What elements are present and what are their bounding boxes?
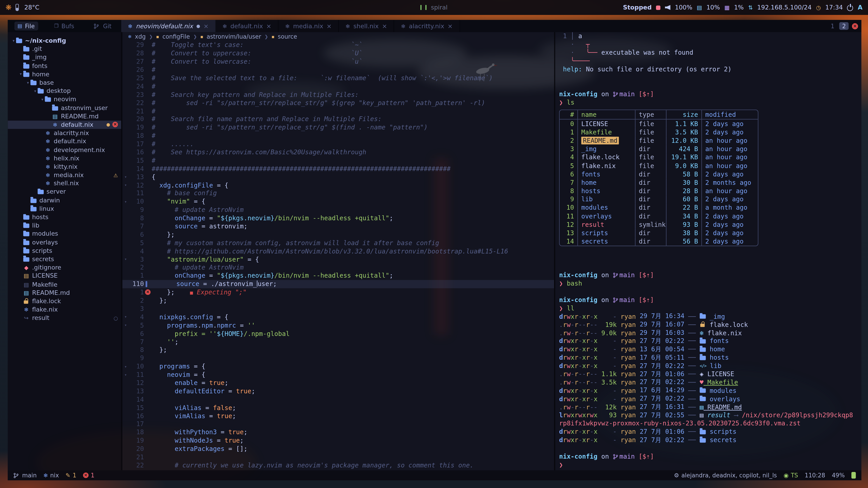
code-area[interactable]: 29# Toggle text's case: `~` 28# Convert … <box>122 41 554 470</box>
code-line[interactable]: 8 }; <box>122 346 554 354</box>
fold-icon[interactable]: ▾ <box>122 183 129 188</box>
code-line[interactable]: 1 onChange = "${pkgs.neovim}/bin/nvim --… <box>122 271 554 280</box>
launcher-icon[interactable]: ❋ <box>5 3 11 12</box>
code-line[interactable]: 6 }; <box>122 230 554 238</box>
fold-icon[interactable]: ▾ <box>122 315 129 320</box>
code-line[interactable]: 6 prefix = ''${HOME}/.npm-global <box>122 329 554 337</box>
code-line[interactable]: 17 <box>122 420 554 428</box>
code-line[interactable]: 19 withNodeJs = true; <box>122 436 554 445</box>
breadcrumb-item[interactable]: astronvim/lua/user <box>207 33 261 40</box>
code-line[interactable]: 3 <box>122 304 554 313</box>
close-tab-button[interactable]: × <box>382 22 387 30</box>
code-line[interactable]: 1× }; ■ Expecting ";" <box>122 288 554 296</box>
close-tab-button[interactable]: × <box>204 22 209 30</box>
code-line[interactable]: 11 # base config <box>122 189 554 197</box>
tree-item-helix.nix[interactable]: ❄helix.nix <box>8 154 121 162</box>
editor-pane[interactable]: ❄xdg❯▪configFile❯▪astronvim/lua/user❯▪so… <box>122 32 554 470</box>
code-line[interactable]: 26# <box>122 66 554 74</box>
tree-item-desktop[interactable]: ▾desktop <box>8 87 121 95</box>
tabpage-2[interactable]: 2 <box>839 22 848 30</box>
code-line[interactable]: 14######################################… <box>122 164 554 173</box>
tree-item-base[interactable]: ▾base <box>8 78 121 87</box>
tree-item-home[interactable]: ▾home <box>8 70 121 78</box>
fold-icon[interactable]: ▾ <box>122 372 129 377</box>
code-line[interactable]: ▾3 "astronvim/lua/user" = { <box>122 255 554 263</box>
breadcrumb-item[interactable]: configFile <box>162 33 190 40</box>
tree-item-development.nix[interactable]: ❄development.nix <box>8 146 121 154</box>
code-line[interactable]: ▾5 programs.npm.npmrc = '' <box>122 321 554 329</box>
code-line[interactable]: 4 # https://github.com/AstroNvim/AstroNv… <box>122 247 554 255</box>
code-line[interactable]: 7 source = astronvim; <box>122 222 554 230</box>
breadcrumb-item[interactable]: source <box>278 33 297 40</box>
close-tab-button[interactable]: × <box>327 22 332 30</box>
modified-indicator[interactable]: ✎ 1 <box>66 472 76 479</box>
code-line[interactable]: 20# Search file name pattern and Replace… <box>122 115 554 123</box>
tree-item-linux[interactable]: linux <box>8 205 121 213</box>
power-icon[interactable] <box>847 5 853 11</box>
error-indicator[interactable]: × 1 <box>83 472 94 479</box>
tree-item-default.nix[interactable]: ❄default.nix <box>8 137 121 146</box>
tree-item-kitty.nix[interactable]: ❄kitty.nix <box>8 163 121 171</box>
code-line[interactable]: 22# sed -ri "s/pattern_str/replace_str/g… <box>122 98 554 107</box>
fold-icon[interactable]: ▾ <box>122 323 129 328</box>
fold-icon[interactable]: ▾ <box>122 199 129 204</box>
code-line[interactable]: 29# Toggle text's case: `~` <box>122 41 554 49</box>
tree-item-readme.md[interactable]: ▤README.md <box>8 289 121 297</box>
code-line[interactable]: 23# Search key pattern and Replace in Mu… <box>122 90 554 98</box>
code-line[interactable]: 25# Save the selected text to a file: `:… <box>122 74 554 82</box>
code-line[interactable]: 17# ...... <box>122 140 554 148</box>
code-line[interactable]: 2 }; <box>122 296 554 304</box>
fold-icon[interactable]: ▾ <box>122 364 129 369</box>
tree-item-alacritty.nix[interactable]: ❄alacritty.nix <box>8 129 121 137</box>
close-tab-button[interactable]: × <box>266 22 272 30</box>
buffer-tab[interactable]: ❄default.nix× <box>216 20 279 32</box>
tree-item-license[interactable]: ▤LICENSE <box>8 272 121 280</box>
buffer-tab[interactable]: ❄alacritty.nix× <box>394 20 460 32</box>
code-line[interactable]: 9 # update AstroNvim <box>122 206 554 214</box>
tree-item-nix-config[interactable]: ▾~/nix-config <box>8 37 121 45</box>
sidebar-tab-git[interactable]: Git <box>90 22 115 31</box>
code-line[interactable]: 15 viAlias = false; <box>122 403 554 412</box>
file-explorer[interactable]: ▾~/nix-config .git _img fonts▾home▾base▾… <box>8 32 121 470</box>
code-line[interactable]: 20 extraPackages = []; <box>122 445 554 453</box>
code-line[interactable]: 22 # currently we use lazy.nvim as neovi… <box>122 461 554 469</box>
buffer-tab[interactable]: ❄media.nix× <box>278 20 339 32</box>
code-line[interactable]: 5 # my cusotom astronvim config, astronv… <box>122 238 554 247</box>
tree-item-flake.lock[interactable]: flake.lock <box>8 297 121 305</box>
close-tab-button[interactable]: × <box>447 22 453 30</box>
git-branch-status[interactable]: main <box>13 472 37 479</box>
code-line[interactable]: ▾10 programs = { <box>122 362 554 370</box>
tree-item-fonts[interactable]: fonts <box>8 62 121 70</box>
tree-item-astronvim_user[interactable]: astronvim_user <box>8 104 121 112</box>
code-line[interactable]: ▾13{ <box>122 173 554 181</box>
code-line[interactable]: 21# <box>122 107 554 115</box>
tree-item-modules[interactable]: modules <box>8 230 121 238</box>
terminal-pane[interactable]: 1 │ a · ┬ · ╰── executable was not found… <box>555 32 861 470</box>
tree-item-server[interactable]: server <box>8 188 121 196</box>
code-line[interactable]: 9 <box>122 354 554 362</box>
code-line[interactable]: ▾11 neovim = { <box>122 370 554 379</box>
code-line[interactable]: 14 <box>122 395 554 403</box>
code-line[interactable]: 13 defaultEditor = true; <box>122 387 554 395</box>
code-line[interactable]: 8 onChange = "${pkgs.neovim}/bin/nvim --… <box>122 214 554 222</box>
tree-item-readme.md[interactable]: ▤README.md <box>8 112 121 121</box>
buffer-tab[interactable]: ❄shell.nix× <box>339 20 394 32</box>
code-line[interactable]: 2 # update AstroNvim <box>122 263 554 271</box>
code-line[interactable]: 16 vimAlias = true; <box>122 412 554 420</box>
code-line[interactable]: 21 <box>122 453 554 461</box>
fold-icon[interactable]: ▾ <box>122 174 129 180</box>
code-line[interactable]: ▾4 nixpkgs.config = { <box>122 313 554 321</box>
tree-item-shell.nix[interactable]: ❄shell.nix <box>8 180 121 188</box>
tree-item-default.nix[interactable]: ❄default.nix●× <box>8 121 121 129</box>
tree-item-secrets[interactable]: secrets <box>8 255 121 263</box>
sidebar-tab-file[interactable]: ▤File <box>14 22 38 31</box>
tree-item-neovim[interactable]: ▾neovim <box>8 95 121 104</box>
tree-item-.gitignore[interactable]: ◆.gitignore <box>8 263 121 272</box>
tree-item-makefile[interactable]: ▤Makefile <box>8 280 121 289</box>
tree-item-hosts[interactable]: hosts <box>8 213 121 221</box>
code-line[interactable]: 18 withPython3 = true; <box>122 428 554 436</box>
code-line[interactable]: ▾12 xdg.configFile = { <box>122 181 554 189</box>
tabpage-1[interactable]: 1 <box>828 22 837 30</box>
tree-item-scripts[interactable]: scripts <box>8 247 121 255</box>
code-line[interactable]: 7 ''; <box>122 337 554 346</box>
